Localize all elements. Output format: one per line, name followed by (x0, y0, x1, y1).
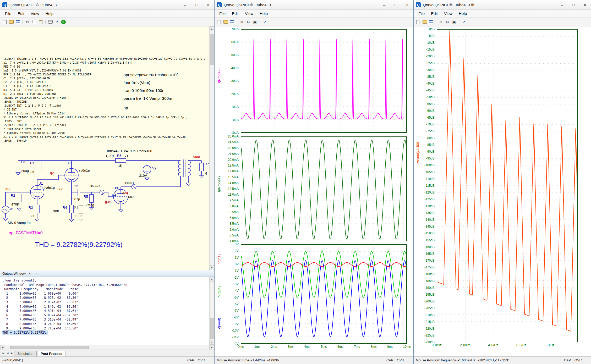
schematic-label[interactable]: 0.07µ (72, 197, 80, 201)
schematic-label[interactable]: U1 (39, 181, 43, 185)
new-file-icon[interactable] (216, 19, 222, 25)
run-icon[interactable]: ▶ (61, 20, 66, 24)
schematic-label[interactable]: sv6n1p (79, 168, 90, 172)
schematic-label[interactable]: 330 (30, 214, 35, 218)
schematic-label[interactable]: C2 (74, 184, 78, 188)
schematic-label[interactable]: .op (122, 106, 128, 110)
open-folder-icon[interactable] (8, 19, 14, 25)
schematic-label[interactable]: ×1 (124, 154, 128, 158)
menu-help[interactable]: Help (256, 10, 271, 16)
minimize-button[interactable]: – (556, 0, 568, 9)
menu-view[interactable]: View (28, 10, 42, 16)
open-folder-icon[interactable] (422, 19, 428, 25)
schematic-label[interactable]: 30K (53, 209, 59, 213)
schematic-label[interactable]: 4 (205, 172, 207, 175)
schematic-label[interactable]: 100K (75, 214, 83, 218)
help-icon[interactable]: ? (461, 19, 467, 25)
cut-icon[interactable]: ✂ (25, 19, 30, 25)
tab-simulation[interactable]: Simulation (14, 351, 37, 356)
schematic-label[interactable]: R8 (74, 206, 79, 209)
plot-pane-iprobe2[interactable] (241, 29, 407, 133)
scroll-up-icon[interactable]: ▲ (210, 277, 214, 282)
close-panel-icon[interactable]: × (34, 272, 38, 275)
menu-help[interactable]: Help (456, 10, 470, 16)
menu-file[interactable]: File (2, 10, 14, 16)
schematic-label[interactable]: C1 (21, 160, 26, 164)
menu-view[interactable]: View (441, 10, 456, 16)
fft-plot-area[interactable]: V(vout)/1.409 0dB-5dB-10dB-15dB-20dB-25d… (414, 26, 591, 356)
menu-file[interactable]: File (216, 10, 229, 16)
menu-help[interactable]: Help (42, 10, 57, 16)
output-text[interactable]: .four fre v(vout): Fundamental: RMS Magn… (0, 277, 209, 345)
schematic-label[interactable]: K2 (58, 187, 63, 191)
schematic-label[interactable]: V1 (10, 207, 14, 211)
scroll-right-icon[interactable]: ▶ (209, 345, 214, 350)
schematic-label[interactable]: R3 (29, 206, 33, 209)
schematic-label[interactable]: g34 (105, 200, 111, 204)
menu-view[interactable]: View (242, 10, 256, 16)
schematic-vscrollbar[interactable]: ▲ ▼ (209, 26, 214, 270)
hscrollbar[interactable]: ◀ ▶ (0, 345, 214, 350)
title-bar[interactable]: Q Qorvo QSPICE® - tube4_3.fft – □ × (414, 0, 591, 10)
maximize-button[interactable]: □ (191, 0, 203, 9)
menu-edit[interactable]: Edit (428, 10, 441, 16)
schematic-label[interactable]: 200µ (21, 169, 29, 173)
zoom-in-icon[interactable]: ⊕ (438, 19, 444, 25)
scroll-left-icon[interactable]: ◀ (0, 345, 5, 350)
zoom-out-icon[interactable]: ⊖ (445, 19, 450, 25)
schematic-label[interactable]: R5 (84, 195, 88, 198)
schematic-label[interactable]: U3 (113, 186, 118, 190)
schematic-label[interactable]: 470K (11, 202, 19, 206)
collapse-icon[interactable]: ▾ (28, 272, 32, 275)
paste-icon[interactable] (38, 19, 43, 25)
close-button[interactable]: × (579, 0, 591, 9)
schematic-label[interactable]: R1 (30, 161, 35, 165)
schematic-label[interactable]: Vout (193, 155, 200, 159)
schematic-label[interactable]: a34 (122, 191, 128, 195)
plot-pane-fft[interactable] (437, 29, 578, 342)
tab-nav-next-icon[interactable]: ▶ (10, 352, 14, 354)
menu-edit[interactable]: Edit (229, 10, 242, 16)
schematic-label[interactable]: in1 (6, 187, 10, 191)
schematic-label[interactable]: 2Meg (86, 203, 94, 207)
scroll-up-icon[interactable]: ▲ (210, 26, 214, 31)
tab-nav-prev-icon[interactable]: ◀ (6, 352, 10, 354)
schematic-label[interactable]: THD = 9.22782%(9.22792%) (35, 241, 123, 249)
title-bar[interactable]: Q Qorvo QSPICE® - tube4_3 – □ × (0, 0, 214, 10)
schematic-label[interactable]: R4 (63, 206, 67, 209)
schematic-label[interactable]: .param fre=1K Vamp=300m (122, 96, 172, 101)
title-bar[interactable]: Q Qorvo QSPICE® - tube4_3 – □ × (215, 0, 413, 10)
scroll-down-icon[interactable]: ▼ (210, 265, 214, 270)
schematic-label[interactable]: sv6n1p (44, 186, 55, 190)
close-button[interactable]: × (203, 0, 214, 9)
waveform-plot-area[interactable]: I(Probe2) 70µA60µA50µA40µA30µA20µA10µA0µ… (215, 26, 413, 356)
menu-file[interactable]: File (415, 10, 428, 16)
zoom-fit-icon[interactable]: ▣ (451, 19, 457, 25)
help-icon[interactable]: ? (54, 19, 60, 25)
maximize-button[interactable]: □ (568, 0, 579, 9)
schematic-label[interactable]: R2 (11, 194, 15, 197)
plot-pane-iprobe1[interactable] (241, 136, 407, 241)
schematic-label[interactable]: 310V (139, 174, 147, 178)
schematic-label[interactable]: R7 (205, 162, 209, 166)
tab-post-process[interactable]: Post Process (37, 351, 65, 356)
schematic-label[interactable]: U2 (68, 161, 72, 165)
schematic-label[interactable]: SIN 0 Vamp fre (8, 221, 31, 225)
schematic-label[interactable]: IProbe1 (124, 181, 134, 185)
scroll-thumb[interactable] (10, 346, 89, 349)
tab-nav-first-icon[interactable]: |◀ (1, 352, 6, 354)
output-vscrollbar[interactable]: ▲ ▼ (209, 277, 214, 345)
help-icon[interactable]: ? (262, 19, 267, 25)
save-icon[interactable] (428, 19, 434, 25)
schematic-label[interactable]: R6 (117, 154, 122, 158)
plot-pane-voltages[interactable] (241, 244, 407, 344)
new-file-icon[interactable] (2, 19, 8, 25)
scroll-thumb[interactable] (210, 318, 214, 339)
save-icon[interactable] (229, 19, 235, 25)
open-folder-icon[interactable] (223, 19, 228, 25)
minimize-button[interactable]: – (379, 0, 390, 9)
schematic-label[interactable]: .four fre v(Vout) (122, 80, 150, 85)
schematic-label[interactable]: IProbe2 (90, 185, 100, 188)
zoom-fit-icon[interactable]: ▣ (252, 19, 258, 25)
save-icon[interactable] (15, 19, 21, 25)
